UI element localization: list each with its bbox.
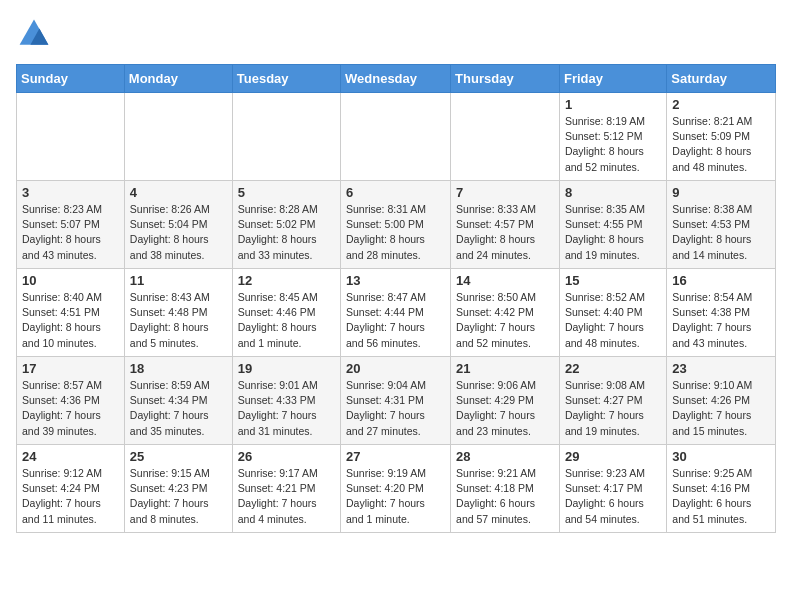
day-number: 29: [565, 449, 661, 464]
day-info: Sunrise: 9:25 AMSunset: 4:16 PMDaylight:…: [672, 466, 770, 527]
day-number: 10: [22, 273, 119, 288]
day-number: 7: [456, 185, 554, 200]
day-info: Sunrise: 9:04 AMSunset: 4:31 PMDaylight:…: [346, 378, 445, 439]
calendar-cell: 26Sunrise: 9:17 AMSunset: 4:21 PMDayligh…: [232, 445, 340, 533]
calendar-cell: 18Sunrise: 8:59 AMSunset: 4:34 PMDayligh…: [124, 357, 232, 445]
calendar-cell: [232, 93, 340, 181]
day-number: 3: [22, 185, 119, 200]
day-number: 14: [456, 273, 554, 288]
calendar-cell: 22Sunrise: 9:08 AMSunset: 4:27 PMDayligh…: [559, 357, 666, 445]
calendar-header-saturday: Saturday: [667, 65, 776, 93]
calendar-cell: 2Sunrise: 8:21 AMSunset: 5:09 PMDaylight…: [667, 93, 776, 181]
day-info: Sunrise: 8:50 AMSunset: 4:42 PMDaylight:…: [456, 290, 554, 351]
day-number: 11: [130, 273, 227, 288]
calendar-cell: 9Sunrise: 8:38 AMSunset: 4:53 PMDaylight…: [667, 181, 776, 269]
day-number: 8: [565, 185, 661, 200]
day-number: 23: [672, 361, 770, 376]
calendar-cell: 5Sunrise: 8:28 AMSunset: 5:02 PMDaylight…: [232, 181, 340, 269]
calendar-cell: 28Sunrise: 9:21 AMSunset: 4:18 PMDayligh…: [451, 445, 560, 533]
day-info: Sunrise: 9:01 AMSunset: 4:33 PMDaylight:…: [238, 378, 335, 439]
calendar-cell: 11Sunrise: 8:43 AMSunset: 4:48 PMDayligh…: [124, 269, 232, 357]
day-number: 30: [672, 449, 770, 464]
day-info: Sunrise: 9:06 AMSunset: 4:29 PMDaylight:…: [456, 378, 554, 439]
day-number: 5: [238, 185, 335, 200]
calendar-cell: 14Sunrise: 8:50 AMSunset: 4:42 PMDayligh…: [451, 269, 560, 357]
day-info: Sunrise: 9:12 AMSunset: 4:24 PMDaylight:…: [22, 466, 119, 527]
header: [16, 16, 776, 52]
day-info: Sunrise: 8:43 AMSunset: 4:48 PMDaylight:…: [130, 290, 227, 351]
calendar-cell: 29Sunrise: 9:23 AMSunset: 4:17 PMDayligh…: [559, 445, 666, 533]
day-info: Sunrise: 9:15 AMSunset: 4:23 PMDaylight:…: [130, 466, 227, 527]
day-number: 28: [456, 449, 554, 464]
day-info: Sunrise: 9:08 AMSunset: 4:27 PMDaylight:…: [565, 378, 661, 439]
calendar-cell: 24Sunrise: 9:12 AMSunset: 4:24 PMDayligh…: [17, 445, 125, 533]
calendar-header-wednesday: Wednesday: [341, 65, 451, 93]
calendar-week-row: 24Sunrise: 9:12 AMSunset: 4:24 PMDayligh…: [17, 445, 776, 533]
day-info: Sunrise: 9:17 AMSunset: 4:21 PMDaylight:…: [238, 466, 335, 527]
day-number: 1: [565, 97, 661, 112]
day-number: 24: [22, 449, 119, 464]
calendar-week-row: 3Sunrise: 8:23 AMSunset: 5:07 PMDaylight…: [17, 181, 776, 269]
day-number: 18: [130, 361, 227, 376]
calendar-cell: 6Sunrise: 8:31 AMSunset: 5:00 PMDaylight…: [341, 181, 451, 269]
day-info: Sunrise: 8:31 AMSunset: 5:00 PMDaylight:…: [346, 202, 445, 263]
day-number: 26: [238, 449, 335, 464]
calendar-header-monday: Monday: [124, 65, 232, 93]
day-info: Sunrise: 8:52 AMSunset: 4:40 PMDaylight:…: [565, 290, 661, 351]
calendar-week-row: 17Sunrise: 8:57 AMSunset: 4:36 PMDayligh…: [17, 357, 776, 445]
calendar-cell: 12Sunrise: 8:45 AMSunset: 4:46 PMDayligh…: [232, 269, 340, 357]
calendar-header-row: SundayMondayTuesdayWednesdayThursdayFrid…: [17, 65, 776, 93]
logo-icon: [16, 16, 52, 52]
day-number: 22: [565, 361, 661, 376]
calendar-week-row: 1Sunrise: 8:19 AMSunset: 5:12 PMDaylight…: [17, 93, 776, 181]
calendar-cell: 23Sunrise: 9:10 AMSunset: 4:26 PMDayligh…: [667, 357, 776, 445]
day-info: Sunrise: 8:35 AMSunset: 4:55 PMDaylight:…: [565, 202, 661, 263]
day-number: 25: [130, 449, 227, 464]
day-number: 21: [456, 361, 554, 376]
calendar-cell: 8Sunrise: 8:35 AMSunset: 4:55 PMDaylight…: [559, 181, 666, 269]
day-info: Sunrise: 8:26 AMSunset: 5:04 PMDaylight:…: [130, 202, 227, 263]
calendar-week-row: 10Sunrise: 8:40 AMSunset: 4:51 PMDayligh…: [17, 269, 776, 357]
calendar-cell: 1Sunrise: 8:19 AMSunset: 5:12 PMDaylight…: [559, 93, 666, 181]
day-number: 6: [346, 185, 445, 200]
logo: [16, 16, 56, 52]
day-info: Sunrise: 9:23 AMSunset: 4:17 PMDaylight:…: [565, 466, 661, 527]
calendar-cell: [17, 93, 125, 181]
calendar-cell: [341, 93, 451, 181]
calendar-cell: 16Sunrise: 8:54 AMSunset: 4:38 PMDayligh…: [667, 269, 776, 357]
day-info: Sunrise: 8:19 AMSunset: 5:12 PMDaylight:…: [565, 114, 661, 175]
day-info: Sunrise: 9:10 AMSunset: 4:26 PMDaylight:…: [672, 378, 770, 439]
calendar-cell: 19Sunrise: 9:01 AMSunset: 4:33 PMDayligh…: [232, 357, 340, 445]
calendar-header-friday: Friday: [559, 65, 666, 93]
calendar-table: SundayMondayTuesdayWednesdayThursdayFrid…: [16, 64, 776, 533]
calendar-cell: 10Sunrise: 8:40 AMSunset: 4:51 PMDayligh…: [17, 269, 125, 357]
calendar-cell: 15Sunrise: 8:52 AMSunset: 4:40 PMDayligh…: [559, 269, 666, 357]
day-info: Sunrise: 8:38 AMSunset: 4:53 PMDaylight:…: [672, 202, 770, 263]
day-info: Sunrise: 8:28 AMSunset: 5:02 PMDaylight:…: [238, 202, 335, 263]
calendar-cell: 27Sunrise: 9:19 AMSunset: 4:20 PMDayligh…: [341, 445, 451, 533]
day-number: 12: [238, 273, 335, 288]
day-info: Sunrise: 9:19 AMSunset: 4:20 PMDaylight:…: [346, 466, 445, 527]
day-info: Sunrise: 8:54 AMSunset: 4:38 PMDaylight:…: [672, 290, 770, 351]
day-number: 27: [346, 449, 445, 464]
day-number: 4: [130, 185, 227, 200]
calendar-cell: 30Sunrise: 9:25 AMSunset: 4:16 PMDayligh…: [667, 445, 776, 533]
day-number: 16: [672, 273, 770, 288]
day-info: Sunrise: 8:47 AMSunset: 4:44 PMDaylight:…: [346, 290, 445, 351]
day-info: Sunrise: 8:59 AMSunset: 4:34 PMDaylight:…: [130, 378, 227, 439]
day-info: Sunrise: 8:45 AMSunset: 4:46 PMDaylight:…: [238, 290, 335, 351]
calendar-cell: 13Sunrise: 8:47 AMSunset: 4:44 PMDayligh…: [341, 269, 451, 357]
calendar-cell: 7Sunrise: 8:33 AMSunset: 4:57 PMDaylight…: [451, 181, 560, 269]
day-number: 17: [22, 361, 119, 376]
day-number: 2: [672, 97, 770, 112]
calendar-header-sunday: Sunday: [17, 65, 125, 93]
calendar-cell: 17Sunrise: 8:57 AMSunset: 4:36 PMDayligh…: [17, 357, 125, 445]
calendar-cell: [124, 93, 232, 181]
day-info: Sunrise: 8:21 AMSunset: 5:09 PMDaylight:…: [672, 114, 770, 175]
calendar-cell: 25Sunrise: 9:15 AMSunset: 4:23 PMDayligh…: [124, 445, 232, 533]
day-number: 9: [672, 185, 770, 200]
day-info: Sunrise: 9:21 AMSunset: 4:18 PMDaylight:…: [456, 466, 554, 527]
day-info: Sunrise: 8:33 AMSunset: 4:57 PMDaylight:…: [456, 202, 554, 263]
day-number: 15: [565, 273, 661, 288]
day-info: Sunrise: 8:23 AMSunset: 5:07 PMDaylight:…: [22, 202, 119, 263]
